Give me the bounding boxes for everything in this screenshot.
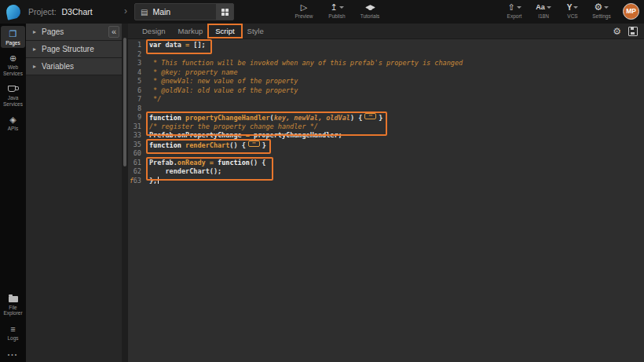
code-line-7[interactable]: */ (149, 95, 644, 104)
collapse-panel-button[interactable]: « (108, 26, 119, 38)
code-line-1[interactable]: var data = []; (149, 41, 644, 50)
rail-item-pages[interactable]: ❐ Pages (1, 26, 25, 48)
caret-down-icon (547, 6, 551, 9)
caret-down-icon (573, 6, 578, 9)
preview-button[interactable]: ▷ Preview (294, 2, 314, 19)
line-number-8[interactable]: 8 (128, 104, 146, 114)
rail-item-file-explorer[interactable]: File Explorer (1, 291, 25, 319)
code-token: /* register the property change handler … (149, 122, 318, 130)
code-line-9[interactable]: function propertyChangeHandler(key, newV… (149, 113, 644, 122)
code-token: renderChart(); (149, 167, 221, 175)
line-number-63[interactable]: f63 (128, 177, 146, 186)
code-line-35[interactable]: function renderChart() {⋯} (149, 141, 644, 150)
line-number-4[interactable]: 4 (128, 68, 146, 78)
code-token: function (149, 114, 185, 122)
line-number-3[interactable]: 3 (128, 59, 146, 68)
rail-label-web-services: Web Services (1, 64, 25, 76)
tab-markup[interactable]: Markup (172, 25, 210, 37)
user-avatar[interactable]: MP (623, 3, 639, 20)
code-lines[interactable]: var data = []; * This function will be i… (146, 39, 644, 362)
play-icon: ▷ (301, 2, 307, 13)
folded-code-widget[interactable]: ⋯ (364, 113, 376, 119)
code-token: key, newVal, oldVal (274, 114, 350, 122)
line-number-33[interactable]: 33 (128, 131, 146, 141)
code-line-60[interactable] (149, 149, 644, 159)
code-token: * This function will be invoked when any… (149, 59, 463, 67)
api-icon: ◈ (9, 115, 16, 124)
script-editor: 123456789313335606162f63 var data = []; … (128, 39, 644, 362)
rail-item-apis[interactable]: ◈ APIs (1, 112, 25, 133)
rail-label-file-explorer: File Explorer (1, 305, 25, 316)
save-icon[interactable] (628, 27, 638, 36)
rail-item-web-services[interactable]: ⊕ Web Services (1, 50, 25, 79)
panel-section-variables[interactable]: ▸ Variables (26, 58, 122, 75)
editor-settings-gear-icon[interactable]: ⚙ (613, 24, 621, 39)
line-number-35[interactable]: 35 (128, 141, 146, 150)
line-number-60[interactable]: 60 (128, 149, 146, 159)
line-number-61[interactable]: 61 (128, 159, 146, 168)
code-line-2[interactable] (149, 50, 644, 60)
publish-button[interactable]: ↥ Publish (327, 2, 347, 19)
list-icon: ≡ (10, 324, 15, 334)
code-line-63[interactable]: }; (149, 177, 644, 186)
line-number-7[interactable]: 7 (128, 95, 146, 104)
more-options-button[interactable]: ••• (8, 352, 18, 357)
panel-section-pages[interactable]: ▸ Pages « (26, 24, 122, 41)
tab-script[interactable]: Script (209, 25, 240, 37)
tutorials-label: Tutorials (360, 13, 380, 19)
export-button[interactable]: ⇧ Export (504, 2, 525, 19)
page-selector[interactable]: ▤ Main (134, 3, 234, 20)
code-line-8[interactable] (149, 104, 644, 114)
line-number-1[interactable]: 1 (128, 41, 146, 50)
project-label: Project: (28, 7, 57, 16)
topbar-center-actions: ▷ Preview ↥ Publish Tutorials (294, 2, 380, 19)
tutorials-button[interactable]: Tutorials (360, 2, 380, 19)
publish-label: Publish (328, 13, 345, 19)
app-logo-icon[interactable] (5, 4, 21, 20)
translate-icon: Aa (536, 2, 551, 13)
tab-style[interactable]: Style (241, 25, 270, 37)
coffee-cup-icon (8, 84, 18, 93)
code-line-61[interactable]: Prefab.onReady = function() { (149, 159, 644, 168)
topbar-right-actions: ⇧ Export Aa I18N Y VCS ⚙ Settings MP (504, 2, 639, 20)
tabbar-right-actions: ⚙ (613, 24, 638, 39)
editor-tabbar: Design Markup Script Style ⚙ (128, 24, 644, 39)
gear-icon: ⚙ (595, 2, 609, 13)
code-token: Prefab. (149, 159, 177, 166)
line-number-9[interactable]: 9 (128, 113, 146, 122)
tab-design[interactable]: Design (136, 25, 172, 37)
code-line-62[interactable]: renderChart(); (149, 167, 644, 177)
code-line-3[interactable]: * This function will be invoked when any… (149, 59, 644, 68)
project-name: D3Chart (62, 7, 93, 16)
code-token: function (149, 141, 185, 149)
line-number-6[interactable]: 6 (128, 86, 146, 96)
scrollbar-thumb[interactable] (123, 38, 126, 166)
code-token: * @oldVal: old value of the property (149, 86, 298, 94)
vcs-button[interactable]: Y VCS (562, 2, 583, 19)
line-number-62[interactable]: 62 (128, 167, 146, 177)
line-number-2[interactable]: 2 (128, 50, 146, 60)
settings-button[interactable]: ⚙ Settings (591, 2, 612, 19)
editor-scrollbar[interactable] (122, 24, 128, 362)
code-token: propertyChangeHandler (185, 114, 269, 122)
code-line-4[interactable]: * @key: property name (149, 68, 644, 78)
panel-section-page-structure[interactable]: ▸ Page Structure (26, 41, 122, 58)
line-number-5[interactable]: 5 (128, 77, 146, 86)
code-line-5[interactable]: * @newVal: new value of the property (149, 77, 644, 86)
caret-down-icon (604, 6, 609, 9)
i18n-button[interactable]: Aa I18N (533, 2, 554, 19)
line-number-31[interactable]: 31 (128, 122, 146, 132)
rail-item-java-services[interactable]: Java Services (1, 81, 25, 109)
page-grid-view-button[interactable] (216, 4, 233, 20)
code-token: data (161, 41, 185, 49)
code-line-33[interactable]: Prefab.onPropertyChange = propertyChange… (149, 131, 644, 141)
rail-item-logs[interactable]: ≡ Logs (1, 321, 25, 343)
folded-code-widget[interactable]: ⋯ (248, 141, 260, 147)
vcs-label: VCS (567, 13, 577, 19)
code-line-6[interactable]: * @oldVal: old value of the property (149, 86, 644, 96)
code-line-31[interactable]: /* register the property change handler … (149, 122, 644, 132)
settings-label: Settings (592, 13, 611, 19)
caret-right-icon: ▸ (33, 63, 36, 70)
folder-icon (9, 294, 18, 303)
caret-down-icon (517, 6, 521, 9)
